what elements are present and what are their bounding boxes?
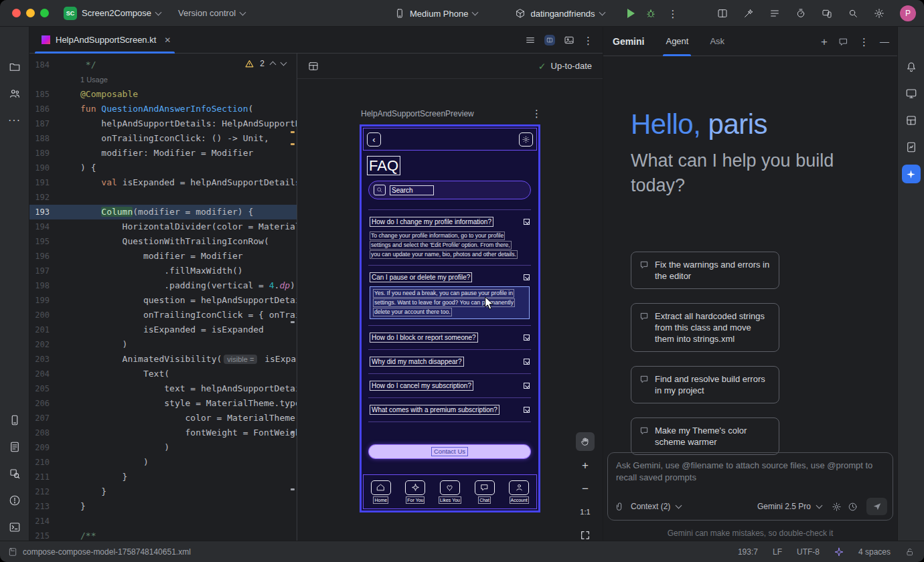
- logcat-icon[interactable]: [8, 440, 21, 454]
- contact-us-button[interactable]: Contact Us: [368, 444, 531, 459]
- terminal-icon[interactable]: [8, 521, 21, 534]
- run-button[interactable]: [627, 9, 635, 18]
- nav-item-likes-you[interactable]: Likes You: [433, 475, 467, 508]
- pull-requests-icon[interactable]: [8, 87, 21, 100]
- expand-icon[interactable]: [524, 335, 530, 341]
- code-line[interactable]: 206 style = MaterialTheme.typogr: [29, 396, 297, 411]
- code-line[interactable]: 204 Text(: [29, 367, 297, 381]
- ai-actions-icon[interactable]: [743, 8, 754, 19]
- code-view-icon[interactable]: [525, 35, 536, 45]
- lock-icon[interactable]: [905, 547, 915, 557]
- design-view-icon[interactable]: [564, 35, 574, 45]
- user-avatar[interactable]: P: [900, 5, 916, 21]
- send-button[interactable]: [866, 498, 887, 515]
- code-editor[interactable]: 184 */1 Usage185@Composable186fun Questi…: [29, 54, 297, 541]
- indent-widget[interactable]: 4 spaces: [858, 547, 891, 557]
- notifications-bell-icon[interactable]: [905, 60, 918, 74]
- file-tab[interactable]: HelpAndSupportScreen.kt ✕: [29, 27, 180, 54]
- running-devices-icon[interactable]: [8, 413, 21, 427]
- problems-icon[interactable]: [8, 494, 21, 507]
- todo-list-icon[interactable]: [769, 8, 780, 19]
- tab-ask[interactable]: Ask: [707, 27, 727, 56]
- code-line[interactable]: 201 isExpanded = isExpanded: [29, 322, 297, 337]
- code-line[interactable]: 215/**: [29, 529, 297, 541]
- code-line[interactable]: 191 val isExpanded = helpAndSupportDetai…: [29, 175, 297, 190]
- code-line[interactable]: 188 onTrailingIconClick: () -> Unit,: [29, 131, 297, 146]
- suggestion-card[interactable]: Find and resolve build errors in my proj…: [631, 366, 779, 403]
- back-button[interactable]: ‹: [367, 132, 381, 147]
- minimize-panel-icon[interactable]: —: [880, 37, 889, 46]
- context-selector[interactable]: Context (2): [631, 502, 670, 511]
- faq-item[interactable]: How do I change my profile information? …: [368, 209, 531, 265]
- code-line[interactable]: 202 ): [29, 337, 297, 352]
- code-line[interactable]: 211 }: [29, 470, 297, 484]
- gemini-status-icon[interactable]: [834, 547, 844, 557]
- code-line[interactable]: 190) {: [29, 161, 297, 175]
- suggestion-card[interactable]: Extract all hardcoded strings from this …: [631, 303, 779, 352]
- history-icon[interactable]: [848, 502, 858, 512]
- profiler-icon[interactable]: [795, 8, 806, 19]
- status-file[interactable]: compose-compose-model-1758748140651.xml: [8, 541, 191, 562]
- expand-icon[interactable]: [524, 407, 530, 413]
- expand-icon[interactable]: [524, 274, 530, 280]
- code-line[interactable]: 189 modifier: Modifier = Modifier: [29, 146, 297, 161]
- code-inlay-hint[interactable]: 1 Usage: [29, 72, 297, 87]
- code-line[interactable]: 192: [29, 190, 297, 205]
- zoom-ratio-button[interactable]: 1:1: [576, 502, 595, 521]
- faq-item[interactable]: How do I block or report someone?: [368, 325, 531, 349]
- app-inspection-icon[interactable]: [8, 467, 21, 480]
- gemini-prompt-input[interactable]: Ask Gemini, use @filename to attach sour…: [607, 452, 893, 521]
- code-line[interactable]: 212 }: [29, 484, 297, 499]
- close-window-button[interactable]: [12, 9, 21, 17]
- stripe-mark[interactable]: [291, 488, 295, 490]
- device-selector[interactable]: Medium Phone: [390, 5, 481, 21]
- expand-icon[interactable]: [524, 359, 530, 365]
- new-chat-icon[interactable]: +: [821, 36, 828, 48]
- prompt-settings-icon[interactable]: [832, 502, 842, 512]
- debug-button[interactable]: [645, 8, 656, 19]
- nav-item-chat[interactable]: Chat: [467, 475, 502, 508]
- tool-columns-icon[interactable]: [717, 8, 728, 19]
- expand-icon[interactable]: [524, 383, 530, 389]
- tab-agent[interactable]: Agent: [663, 27, 691, 56]
- faq-item[interactable]: How do I cancel my subscription?: [368, 373, 531, 397]
- preview-grid-icon[interactable]: [308, 61, 319, 72]
- inspection-widget[interactable]: 2: [245, 59, 286, 68]
- code-line[interactable]: 198 .padding(vertical = 4.dp),: [29, 278, 297, 293]
- code-line[interactable]: 209 ): [29, 440, 297, 455]
- code-line[interactable]: 214: [29, 514, 297, 529]
- nav-item-for-you[interactable]: For You: [398, 475, 433, 508]
- project-folder-icon[interactable]: [8, 60, 21, 74]
- code-line[interactable]: 208 fontWeight = FontWeight: [29, 426, 297, 440]
- code-line[interactable]: 196 modifier = Modifier: [29, 249, 297, 264]
- expand-icon[interactable]: [524, 219, 530, 225]
- code-line[interactable]: 200 onTrailingIconClick = { onTrailin: [29, 308, 297, 322]
- gemini-rail-button[interactable]: [902, 165, 921, 183]
- search-field[interactable]: Search: [368, 181, 531, 199]
- code-line[interactable]: 205 text = helpAndSupportDetails: [29, 381, 297, 396]
- code-line[interactable]: 213}: [29, 499, 297, 514]
- zoom-window-button[interactable]: [40, 9, 49, 17]
- warning-stripe-mark[interactable]: [291, 143, 295, 145]
- gemini-options-kebab[interactable]: ⋮: [859, 37, 869, 47]
- faq-item[interactable]: What comes with a premium subscription?: [368, 397, 531, 421]
- code-line[interactable]: 197 .fillMaxWidth(): [29, 264, 297, 278]
- code-line[interactable]: 187 helpAndSupportDetails: HelpAndSuppor…: [29, 116, 297, 131]
- model-selector[interactable]: Gemini 2.5 Pro: [757, 502, 811, 511]
- suggestion-card[interactable]: Make my Theme's color scheme warmer: [631, 417, 779, 455]
- caret-position[interactable]: 193:7: [738, 547, 758, 557]
- stripe-mark[interactable]: [291, 432, 295, 434]
- stripe-mark[interactable]: [291, 321, 295, 323]
- line-ending[interactable]: LF: [773, 547, 782, 557]
- device-mirroring-icon[interactable]: [822, 8, 832, 19]
- code-line[interactable]: 210 ): [29, 455, 297, 470]
- code-line[interactable]: 203 AnimatedVisibility(visible = isExpan…: [29, 352, 297, 367]
- code-line[interactable]: 185@Composable: [29, 87, 297, 102]
- faq-item[interactable]: Why did my match disappear?: [368, 349, 531, 373]
- editor-options-kebab[interactable]: ⋮: [583, 35, 593, 45]
- run-more-options[interactable]: ⋮: [668, 9, 678, 19]
- code-line[interactable]: 207 color = MaterialTheme.: [29, 411, 297, 426]
- pan-hand-icon[interactable]: [576, 432, 595, 451]
- zoom-to-fit-icon[interactable]: [576, 526, 595, 541]
- prev-warning-icon[interactable]: [270, 62, 277, 68]
